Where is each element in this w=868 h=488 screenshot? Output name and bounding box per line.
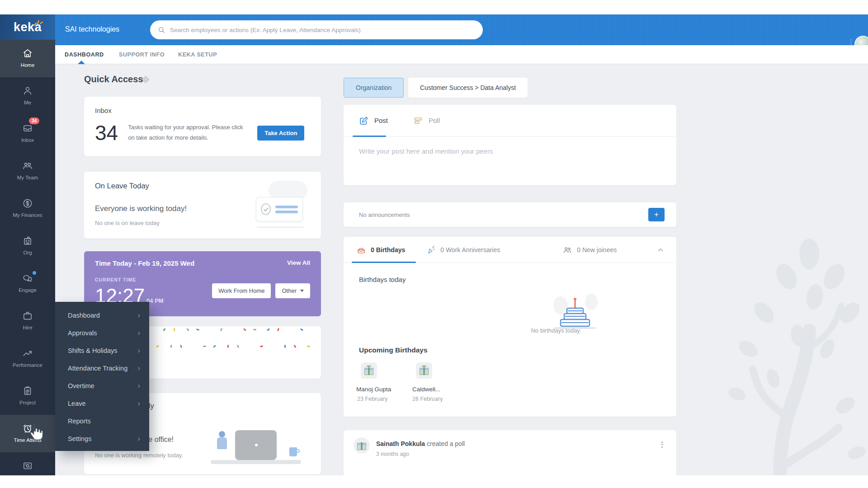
sidebar-item-my-team[interactable]: My Team [0, 152, 55, 190]
time-attend-flyout-menu: Dashboard› Approvals› Shifts & Holidays›… [55, 302, 149, 451]
leave-illustration [256, 197, 305, 228]
sidebar-item-engage[interactable]: Engage [0, 265, 55, 302]
composer-tab-poll[interactable]: Poll [413, 116, 440, 126]
collapse-chevron-up-icon[interactable] [656, 246, 665, 254]
inbox-card: Inbox 34 Tasks waiting for your approval… [84, 97, 321, 156]
top-margin [0, 0, 868, 14]
poll-author-name[interactable]: Sainath Pokkula [376, 440, 425, 447]
scope-tab-department[interactable]: Customer Success > Data Analyst [408, 78, 528, 98]
flyout-item-overtime[interactable]: Overtime› [55, 377, 149, 394]
flyout-item-settings[interactable]: Settings› [55, 430, 149, 447]
briefcase-icon [22, 310, 33, 322]
topbar-divider [851, 38, 851, 45]
flyout-label: Leave [68, 400, 86, 407]
tab-birthdays[interactable]: 0 Birthdays [356, 245, 405, 255]
quick-access-gear-icon[interactable] [141, 75, 150, 84]
sidebar-item-inbox[interactable]: 34 Inbox [0, 115, 55, 152]
tab-support-info[interactable]: SUPPORT INFO [119, 52, 165, 58]
global-search[interactable] [150, 20, 483, 39]
sidebar-item-time-attend[interactable]: Time Attend [0, 415, 55, 452]
poll-feed-card: Sainath Pokkula created a poll 3 months … [344, 430, 676, 475]
upcoming-birthday-name[interactable]: Caldwell... [412, 386, 440, 393]
sidebar-label: Inbox [21, 137, 34, 143]
flyout-label: Dashboard [68, 312, 100, 319]
user-avatar[interactable] [854, 36, 868, 45]
org-icon [22, 235, 33, 247]
sidebar-label: Org [23, 250, 32, 255]
company-name: SAI technologies [65, 25, 119, 33]
sidebar-label: Performance [13, 362, 42, 368]
home-icon [22, 47, 33, 59]
current-time-label: CURRENT TIME [95, 277, 310, 282]
other-button[interactable]: Other [275, 283, 310, 298]
scope-tab-organization[interactable]: Organization [344, 78, 404, 98]
keka-logo[interactable]: keka [0, 14, 55, 40]
chevron-right-icon: › [137, 399, 140, 408]
birthday-cake-illustration [548, 290, 602, 331]
on-leave-today-card: On Leave Today Everyone is working today… [84, 172, 321, 239]
clipboard-icon [22, 385, 33, 397]
flyout-label: Attendance Tracking [68, 365, 127, 372]
upcoming-birthday-avatar[interactable] [416, 362, 432, 379]
composer-tab-post[interactable]: Post [359, 116, 388, 126]
sidebar-item-project[interactable]: Project [0, 377, 55, 415]
take-action-button[interactable]: Take Action [257, 126, 304, 141]
tab-dashboard[interactable]: DASHBOARD [65, 52, 104, 58]
sidebar-item-me[interactable]: Me [0, 77, 55, 115]
leave-card-subtext: No one is on leave today [95, 220, 160, 226]
team-icon [22, 160, 33, 172]
upcoming-birthday-avatar[interactable] [361, 362, 377, 379]
keka-dashboard-screen: keka Home Me 34 Inbox My Team My Finance… [0, 0, 868, 488]
other-button-label: Other [282, 287, 297, 294]
flyout-label: Overtime [68, 382, 94, 389]
remote-card-subtext: No one is working remotely today. [95, 452, 183, 459]
sidebar-label: Me [24, 100, 31, 105]
party-popper-icon [426, 245, 436, 255]
sidebar-label: My Finances [13, 212, 42, 218]
upcoming-birthday-name[interactable]: Manoj Gupta [356, 386, 391, 393]
sidebar-item-home[interactable]: Home [0, 40, 55, 77]
add-announcement-button[interactable]: + [648, 208, 665, 221]
flyout-item-leave[interactable]: Leave› [55, 394, 149, 412]
flyout-label: Approvals [68, 329, 97, 337]
work-from-home-button[interactable]: Work From Home [212, 283, 271, 298]
post-composer-card: Post Poll Write your post here and menti… [344, 105, 676, 185]
quick-access-title: Quick Access [84, 74, 143, 84]
sidebar-label: My Team [17, 175, 38, 180]
chevron-right-icon: › [137, 311, 140, 320]
payroll-icon [22, 460, 33, 472]
chevron-right-icon: › [137, 381, 140, 390]
birthdays-today-label: Birthdays today [359, 276, 406, 283]
leave-card-headline: Everyone is working today! [95, 204, 187, 213]
time-card-title: Time Today - Feb 19, 2025 Wed [95, 259, 194, 267]
sidebar-item-org[interactable]: Org [0, 227, 55, 265]
sidebar-item-payroll[interactable] [0, 452, 55, 475]
flyout-item-reports[interactable]: Reports [55, 412, 149, 430]
flyout-item-dashboard[interactable]: Dashboard› [55, 306, 149, 324]
tree-watermark [696, 200, 868, 475]
flyout-label: Shifts & Holidays [68, 347, 118, 354]
tab-keka-setup[interactable]: KEKA SETUP [178, 52, 217, 58]
chevron-right-icon: › [137, 364, 140, 373]
announcements-card: No announcements + [344, 202, 676, 227]
search-input[interactable] [170, 27, 476, 33]
flyout-label: Settings [68, 435, 91, 442]
sidebar-item-hire[interactable]: Hire [0, 302, 55, 340]
poll-author-avatar[interactable] [354, 437, 370, 454]
no-announcements-text: No announcements [359, 211, 648, 218]
flyout-item-shifts-holidays[interactable]: Shifts & Holidays› [55, 342, 149, 359]
flyout-item-approvals[interactable]: Approvals› [55, 324, 149, 342]
celeb-tab-label: 0 Birthdays [371, 246, 405, 253]
poll-options-kebab-icon[interactable] [661, 440, 663, 449]
flyout-item-attendance-tracking[interactable]: Attendance Tracking› [55, 359, 149, 377]
sidebar-item-performance[interactable]: Performance [0, 340, 55, 377]
view-all-link[interactable]: View All [287, 259, 310, 267]
celeb-tab-label: 0 New joinees [577, 246, 617, 253]
tab-work-anniversaries[interactable]: 0 Work Anniversaries [426, 245, 500, 255]
upcoming-birthday-date: 23 February [357, 396, 387, 402]
finances-icon [22, 197, 33, 209]
post-input-placeholder[interactable]: Write your post here and mention your pe… [344, 136, 676, 166]
pending-tasks-count: 34 [95, 121, 118, 145]
tab-new-joinees[interactable]: 0 New joinees [562, 245, 617, 255]
sidebar-item-my-finances[interactable]: My Finances [0, 190, 55, 227]
